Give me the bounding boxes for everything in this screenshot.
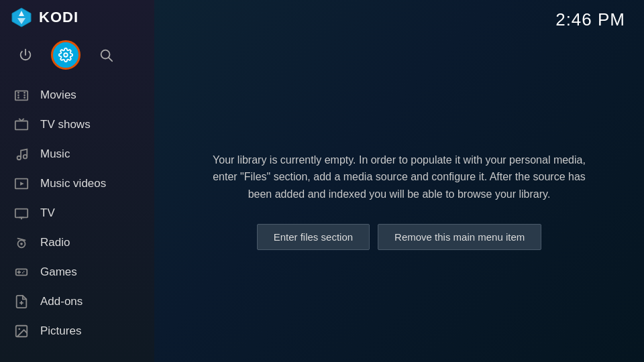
- sidebar-label-music-videos: Music videos: [40, 177, 106, 190]
- sidebar: KODI: [0, 0, 154, 362]
- svg-point-12: [23, 97, 25, 99]
- music-videos-icon: [13, 176, 30, 192]
- svg-point-3: [64, 53, 68, 57]
- sidebar-item-games[interactable]: Games: [0, 257, 154, 287]
- sidebar-item-music-videos[interactable]: Music videos: [0, 169, 154, 198]
- sidebar-top-icons: [0, 35, 154, 75]
- pictures-icon: [13, 323, 30, 339]
- sidebar-item-pictures[interactable]: Pictures: [0, 316, 154, 346]
- sidebar-item-radio[interactable]: Radio: [0, 228, 154, 257]
- svg-point-9: [17, 97, 19, 99]
- main-content: 2:46 PM Your library is currently empty.…: [154, 0, 644, 362]
- svg-line-5: [109, 58, 112, 61]
- sidebar-label-tv: TV: [40, 206, 55, 220]
- svg-point-24: [20, 243, 23, 245]
- app-title: KODI: [39, 9, 78, 26]
- sidebar-item-add-ons[interactable]: Add-ons: [0, 287, 154, 316]
- svg-point-7: [17, 92, 19, 94]
- sidebar-label-add-ons: Add-ons: [40, 295, 83, 308]
- enter-files-button[interactable]: Enter files section: [257, 224, 370, 250]
- settings-icon: [58, 48, 73, 62]
- sidebar-label-radio: Radio: [40, 236, 70, 249]
- svg-rect-6: [15, 91, 28, 101]
- games-icon: [13, 264, 30, 280]
- sidebar-menu: Movies TV shows Music: [0, 80, 154, 362]
- sidebar-item-music[interactable]: Music: [0, 139, 154, 169]
- svg-point-10: [23, 92, 25, 94]
- sidebar-label-movies: Movies: [40, 88, 76, 102]
- clock-display: 2:46 PM: [555, 9, 625, 30]
- top-bar: 2:46 PM: [154, 0, 644, 40]
- content-area: Your library is currently empty. In orde…: [154, 40, 644, 362]
- sidebar-label-games: Games: [40, 265, 77, 279]
- sidebar-label-music: Music: [40, 147, 70, 161]
- svg-point-11: [23, 95, 25, 97]
- remove-menu-item-button[interactable]: Remove this main menu item: [378, 224, 541, 250]
- search-button[interactable]: [91, 40, 121, 70]
- sidebar-item-movies[interactable]: Movies: [0, 80, 154, 110]
- power-icon: [18, 48, 33, 62]
- movies-icon: [13, 87, 30, 103]
- tv-shows-icon: [13, 117, 30, 133]
- svg-marker-19: [20, 182, 24, 186]
- settings-button[interactable]: [51, 40, 80, 70]
- power-button[interactable]: [11, 40, 40, 70]
- svg-rect-13: [15, 121, 28, 130]
- addons-icon: [13, 294, 30, 310]
- tv-icon: [13, 205, 30, 221]
- sidebar-label-tv-shows: TV shows: [40, 118, 91, 131]
- kodi-logo-icon: [11, 7, 32, 28]
- sidebar-label-pictures: Pictures: [40, 324, 81, 338]
- svg-point-29: [18, 328, 20, 330]
- library-message: Your library is currently empty. In orde…: [205, 152, 594, 203]
- action-buttons: Enter files section Remove this main men…: [257, 224, 542, 250]
- svg-rect-20: [15, 209, 28, 218]
- music-icon: [13, 146, 30, 162]
- search-icon: [99, 48, 113, 62]
- sidebar-item-tv-shows[interactable]: TV shows: [0, 110, 154, 139]
- radio-icon: [13, 235, 30, 251]
- svg-point-8: [17, 95, 19, 97]
- sidebar-item-tv[interactable]: TV: [0, 198, 154, 228]
- sidebar-header: KODI: [0, 0, 154, 35]
